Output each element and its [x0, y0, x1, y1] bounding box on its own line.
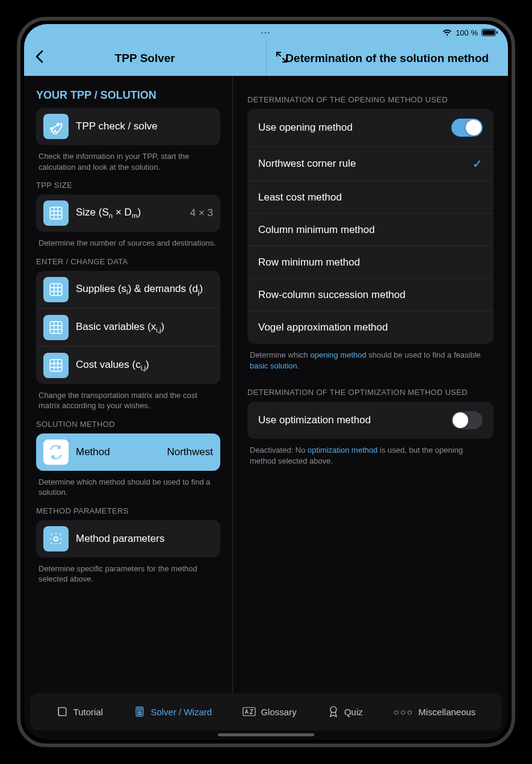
row-label: Vogel approximation method — [258, 321, 388, 334]
back-button[interactable] — [35, 50, 43, 67]
link-opening-method[interactable]: opening method — [310, 350, 366, 359]
helper-text: Check the information in your TPP, start… — [39, 151, 218, 172]
method-option[interactable]: Vogel approximation method — [247, 311, 493, 344]
grid-icon — [43, 315, 69, 340]
section-opening-method: DETERMINATION OF THE OPENING METHOD USED — [247, 95, 493, 104]
row-label: TPP check / solve — [76, 120, 213, 132]
checkmark-icon: ✓ — [472, 157, 483, 171]
svg-point-11 — [138, 713, 139, 715]
navigation-bar: TPP Solver Determination of the solution… — [24, 41, 508, 76]
row-method[interactable]: Method Northwest — [36, 433, 220, 471]
svg-point-10 — [141, 712, 142, 713]
toggle-use-optimization[interactable] — [451, 411, 483, 429]
tab-bar: Tutorial Solver / Wizard Glossary Quiz ○… — [30, 693, 502, 730]
method-option[interactable]: Row-column succession method — [247, 279, 493, 311]
row-check-solve[interactable]: TPP check / solve — [36, 108, 220, 145]
section-tpp-size: TPP SIZE — [36, 181, 220, 190]
row-supplies-demands[interactable]: Supplies (si) & demands (dj) — [36, 271, 220, 309]
tab-tutorial[interactable]: Tutorial — [57, 706, 103, 718]
tab-solver[interactable]: Solver / Wizard — [134, 706, 212, 718]
svg-point-15 — [330, 707, 336, 713]
method-option[interactable]: Least cost method — [247, 181, 493, 214]
link-basic-solution[interactable]: basic solution — [250, 361, 297, 370]
row-label: Least cost method — [258, 191, 342, 203]
row-label: Method — [76, 446, 159, 458]
ribbon-icon — [327, 705, 339, 718]
row-basic-variables[interactable]: Basic variables (xi,j) — [36, 309, 220, 347]
helper-text: Determine which opening method should be… — [250, 350, 491, 371]
tab-label: Miscellaneous — [418, 707, 475, 717]
svg-point-13 — [141, 713, 142, 715]
grid-icon — [43, 353, 69, 378]
row-value: Northwest — [167, 446, 213, 458]
tab-label: Solver / Wizard — [150, 707, 212, 717]
section-your-tpp: YOUR TPP / SOLUTION — [36, 89, 220, 102]
tab-label: Quiz — [344, 707, 363, 717]
optimization-method-list: Use optimization method — [247, 402, 493, 439]
row-label: Column minimum method — [258, 224, 375, 236]
row-label: Method parameters — [76, 533, 213, 545]
link-optimization-method[interactable]: optimization method — [308, 446, 377, 455]
pane-right: DETERMINATION OF THE OPENING METHOD USED… — [233, 76, 508, 697]
grid-icon — [43, 200, 69, 226]
svg-rect-2 — [50, 284, 62, 296]
tab-glossary[interactable]: Glossary — [243, 706, 296, 717]
svg-point-12 — [140, 713, 141, 715]
opening-method-list: Use opening method Northwest corner rule… — [247, 109, 493, 344]
helper-text: Deactivated: No optimization method is u… — [250, 445, 491, 466]
expand-icon[interactable] — [275, 51, 288, 66]
nav-title-left: TPP Solver — [115, 52, 175, 65]
row-size[interactable]: Size (Sn × Dm) 4 × 3 — [36, 194, 220, 232]
svg-point-5 — [54, 537, 58, 541]
status-bar: ••• 100 % — [24, 24, 508, 41]
data-group: Supplies (si) & demands (dj) Basic varia… — [36, 271, 220, 384]
tab-label: Glossary — [261, 707, 296, 717]
cycle-icon — [43, 439, 69, 465]
row-use-optimization[interactable]: Use optimization method — [247, 402, 493, 439]
svg-rect-14 — [243, 707, 255, 716]
section-solution-method: SOLUTION METHOD — [36, 420, 220, 429]
wifi-icon — [442, 29, 452, 36]
row-method-params[interactable]: Method parameters — [36, 520, 220, 557]
section-optimization-method: DETERMINATION OF THE OPTIMIZATION METHOD… — [247, 388, 493, 397]
row-label: Size (Sn × Dm) — [76, 207, 183, 219]
more-icon: ○○○ — [394, 707, 413, 717]
gear-cycle-icon — [43, 526, 69, 551]
row-label: Use optimization method — [258, 414, 371, 426]
row-value: 4 × 3 — [190, 207, 213, 219]
svg-rect-1 — [50, 207, 62, 219]
content-split: YOUR TPP / SOLUTION TPP check / solve Ch… — [24, 76, 508, 697]
row-label: Row-column succession method — [258, 289, 406, 301]
calculator-icon — [134, 706, 146, 718]
battery-percent: 100 % — [456, 28, 478, 37]
row-label: Supplies (si) & demands (dj) — [76, 283, 213, 296]
row-label: Row minimum method — [258, 256, 360, 269]
svg-rect-3 — [50, 321, 62, 334]
az-icon — [243, 706, 256, 717]
tab-misc[interactable]: ○○○ Miscellaneous — [394, 707, 475, 717]
helper-text: Determine which method should be used to… — [39, 477, 218, 498]
svg-rect-7 — [138, 709, 142, 710]
battery-icon — [481, 29, 496, 36]
helper-text: Change the transportation matrix and the… — [39, 390, 218, 411]
rocket-icon — [43, 114, 69, 139]
method-option[interactable]: Column minimum method — [247, 214, 493, 246]
tab-quiz[interactable]: Quiz — [327, 705, 363, 718]
svg-rect-4 — [50, 359, 62, 371]
tab-label: Tutorial — [73, 707, 103, 717]
device-frame: ••• 100 % TPP Solver Determin — [17, 17, 515, 747]
home-indicator[interactable] — [218, 733, 314, 736]
row-cost-values[interactable]: Cost values (ci,j) — [36, 347, 220, 384]
row-use-opening-method[interactable]: Use opening method — [247, 109, 493, 147]
section-method-params: METHOD PARAMETERS — [36, 506, 220, 515]
row-label: Basic variables (xi,j) — [76, 321, 213, 334]
row-label: Use opening method — [258, 122, 353, 134]
row-label: Cost values (ci,j) — [76, 359, 213, 371]
svg-point-8 — [138, 712, 139, 713]
screen: ••• 100 % TPP Solver Determin — [24, 24, 508, 740]
method-option[interactable]: Northwest corner rule ✓ — [247, 147, 493, 181]
svg-point-9 — [140, 712, 141, 713]
toggle-use-opening[interactable] — [451, 119, 483, 137]
method-option[interactable]: Row minimum method — [247, 246, 493, 279]
section-data: ENTER / CHANGE DATA — [36, 257, 220, 266]
